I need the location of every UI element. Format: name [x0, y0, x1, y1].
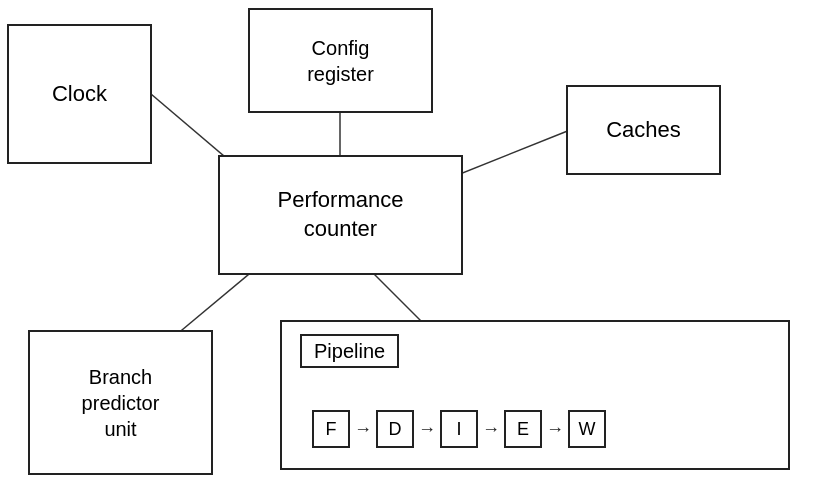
stage-I: I — [440, 410, 478, 448]
performance-counter-box: Performancecounter — [218, 155, 463, 275]
diagram: Clock Configregister Performancecounter … — [0, 0, 818, 502]
stage-F: F — [312, 410, 350, 448]
arrow-1: → — [350, 419, 376, 440]
config-register-box: Configregister — [248, 8, 433, 113]
config-label: Configregister — [307, 35, 374, 87]
svg-line-3 — [170, 265, 260, 340]
arrow-2: → — [414, 419, 440, 440]
pipeline-text: Pipeline — [314, 338, 385, 364]
pipeline-label: Pipeline — [300, 334, 399, 368]
clock-label: Clock — [52, 80, 107, 109]
stage-D: D — [376, 410, 414, 448]
caches-box: Caches — [566, 85, 721, 175]
stage-W: W — [568, 410, 606, 448]
branch-label: Branchpredictorunit — [82, 364, 160, 442]
arrow-3: → — [478, 419, 504, 440]
clock-box: Clock — [7, 24, 152, 164]
caches-label: Caches — [606, 116, 681, 145]
pipeline-container: Pipeline F → D → I → E → W — [280, 320, 790, 470]
pipeline-stages: F → D → I → E → W — [312, 410, 606, 448]
arrow-4: → — [542, 419, 568, 440]
branch-predictor-box: Branchpredictorunit — [28, 330, 213, 475]
perf-label: Performancecounter — [278, 186, 404, 243]
stage-E: E — [504, 410, 542, 448]
